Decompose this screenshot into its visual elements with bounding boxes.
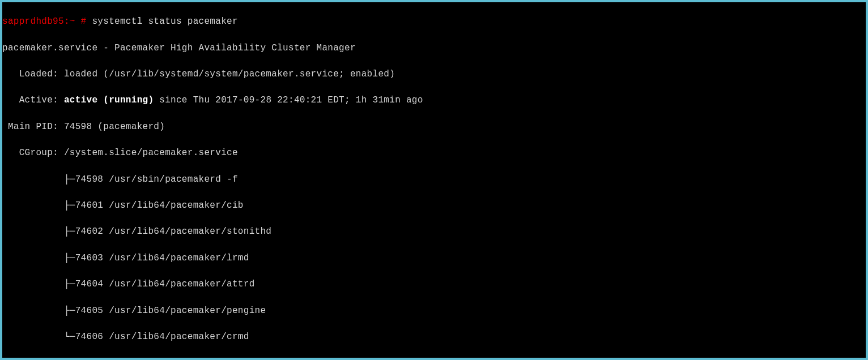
blank-line xyxy=(2,357,866,360)
cgroup-item: └─74606 /usr/lib64/pacemaker/crmd xyxy=(2,331,866,344)
cgroup-item: ├─74605 /usr/lib64/pacemaker/pengine xyxy=(2,305,866,318)
cgroup-header: CGroup: /system.slice/pacemaker.service xyxy=(2,147,866,160)
cgroup-item: ├─74602 /usr/lib64/pacemaker/stonithd xyxy=(2,225,866,238)
cgroup-item: ├─74598 /usr/sbin/pacemakerd -f xyxy=(2,173,866,186)
cgroup-item: ├─74601 /usr/lib64/pacemaker/cib xyxy=(2,199,866,212)
main-pid-line: Main PID: 74598 (pacemakerd) xyxy=(2,121,866,134)
active-line: Active: active (running) since Thu 2017-… xyxy=(2,94,866,107)
service-description: pacemaker.service - Pacemaker High Avail… xyxy=(2,42,866,55)
command-line-1: sapprdhdb95:~ # systemctl status pacemak… xyxy=(2,15,866,28)
prompt-host: sapprdhdb95:~ # xyxy=(2,16,92,27)
loaded-line: Loaded: loaded (/usr/lib/systemd/system/… xyxy=(2,68,866,81)
active-status: active (running) xyxy=(64,95,154,105)
cgroup-item: ├─74604 /usr/lib64/pacemaker/attrd xyxy=(2,278,866,291)
terminal-window[interactable]: sapprdhdb95:~ # systemctl status pacemak… xyxy=(2,2,866,358)
cgroup-item: ├─74603 /usr/lib64/pacemaker/lrmd xyxy=(2,252,866,265)
command-text: systemctl status pacemaker xyxy=(92,16,237,27)
